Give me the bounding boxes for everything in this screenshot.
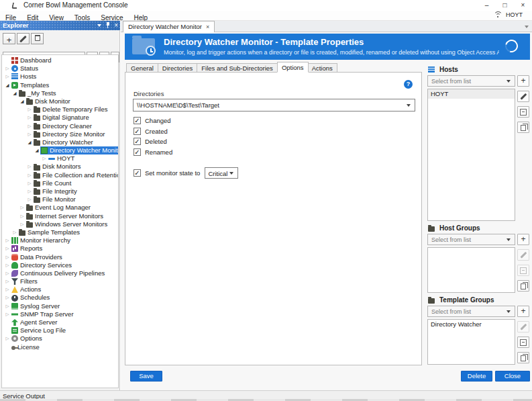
tree-item-actions[interactable]: ▷Actions	[2, 285, 118, 294]
expand-arrow-icon[interactable]: ▷	[26, 122, 33, 130]
expand-arrow-icon[interactable]: ▷	[26, 163, 33, 171]
delete-button[interactable]: Delete	[461, 371, 492, 382]
copy-button[interactable]	[517, 280, 529, 292]
expand-arrow-icon[interactable]: ▷	[19, 212, 25, 220]
checkbox-created[interactable]: ✓Created	[134, 126, 172, 137]
edit-button[interactable]	[517, 321, 529, 332]
tree-item-hosts[interactable]: ▷Hosts	[2, 73, 118, 81]
expand-arrow-icon[interactable]: ▷	[26, 187, 33, 195]
checkbox-changed[interactable]: ✓Changed	[134, 116, 172, 126]
copy-button[interactable]	[517, 352, 529, 363]
add-button[interactable]: +	[517, 306, 529, 317]
list-item-hoyt[interactable]: HOYT	[428, 89, 515, 99]
tab-directories[interactable]: Directories	[158, 63, 197, 73]
edit-button[interactable]	[17, 33, 30, 44]
collapse-arrow-icon[interactable]: ◢	[34, 146, 40, 154]
tab-general[interactable]: General	[126, 63, 158, 73]
add-button[interactable]: +	[517, 75, 529, 87]
tab-options[interactable]: Options	[277, 62, 309, 73]
tree-item-file-integrity[interactable]: ▷File Integrity	[2, 187, 118, 195]
hosts-select[interactable]: Select from list	[427, 75, 515, 87]
remove-button[interactable]	[517, 106, 529, 118]
delete-button[interactable]	[31, 33, 44, 44]
checkbox-renamed[interactable]: ✓Renamed	[134, 147, 172, 158]
tree-item-agent-server[interactable]: Agent Server	[2, 318, 118, 326]
tree-item-continuous-delivery-pipelines[interactable]: ▷Continuous Delivery Pipelines	[2, 269, 118, 277]
tree-item-directory-services[interactable]: ▷Directory Services	[2, 261, 118, 269]
tree-item-my-tests[interactable]: ◢_My Tests	[2, 89, 118, 97]
maximize-icon[interactable]: □	[496, 0, 514, 11]
tree-item-disk-monitor[interactable]: ◢Disk Monitor	[2, 97, 118, 105]
expand-arrow-icon[interactable]: ▷	[26, 105, 33, 114]
tree-item-directory-watcher[interactable]: ◢Directory Watcher	[2, 138, 118, 146]
save-button[interactable]: Save	[130, 371, 162, 382]
tree-item-monitor-hierarchy[interactable]: ▷Monitor Hierarchy	[2, 236, 118, 244]
tree-item-delete-temporary-files[interactable]: ▷Delete Temporary Files	[2, 105, 118, 114]
expand-arrow-icon[interactable]: ▷	[4, 269, 11, 277]
tree-item-dashboard[interactable]: Dashboard	[2, 56, 118, 64]
remove-button[interactable]	[517, 337, 529, 348]
expand-arrow-icon[interactable]: ▷	[26, 179, 33, 187]
expand-arrow-icon[interactable]: ▷	[4, 277, 11, 285]
close-icon[interactable]: ×	[514, 0, 532, 11]
collapse-arrow-icon[interactable]: ◢	[4, 81, 11, 89]
directories-combobox[interactable]: \\HOSTNAME\D$\Test\Target	[133, 99, 415, 112]
checkbox-set-monitor-state[interactable]: ✓ Set monitor state to Critical	[134, 167, 238, 179]
tab-actions[interactable]: Actions	[308, 63, 337, 73]
tree-item-file-count[interactable]: ▷File Count	[2, 179, 118, 187]
checkbox-deleted[interactable]: ✓Deleted	[134, 136, 172, 147]
panel-menu-chevron-icon[interactable]	[97, 24, 101, 27]
expand-arrow-icon[interactable]: ▷	[4, 253, 11, 261]
list-item-directory-watcher[interactable]: Directory Watcher	[428, 320, 515, 329]
tree-item-file-monitor[interactable]: ▷File Monitor	[2, 195, 118, 204]
add-button[interactable]: +	[517, 234, 529, 245]
expand-arrow-icon[interactable]: ▷	[26, 195, 33, 204]
collapse-arrow-icon[interactable]: ◢	[19, 97, 25, 105]
host-groups-select[interactable]: Select from list	[427, 234, 515, 245]
expand-arrow-icon[interactable]: ▷	[26, 114, 33, 122]
minimize-icon[interactable]: –	[478, 0, 496, 11]
tree-item-snmp-trap-server[interactable]: ▷SNMP Trap Server	[2, 310, 118, 318]
panel-close-icon[interactable]: ×	[114, 22, 118, 29]
document-tab[interactable]: Directory Watcher Monitor ×	[123, 21, 215, 32]
expand-arrow-icon[interactable]: ▷	[4, 294, 11, 302]
tree-item-hoyt[interactable]: ▷HOYT	[2, 154, 118, 163]
expand-arrow-icon[interactable]: ▷	[26, 130, 33, 138]
remove-button[interactable]	[517, 265, 529, 276]
monitor-state-select[interactable]: Critical	[205, 167, 238, 179]
tree-item-service-log-file[interactable]: Service Log File	[2, 326, 118, 335]
expand-arrow-icon[interactable]: ▷	[4, 335, 11, 343]
tree-item-data-providers[interactable]: ▷Data Providers	[2, 253, 118, 261]
help-icon[interactable]: ?	[404, 80, 413, 89]
expand-arrow-icon[interactable]: ▷	[11, 228, 18, 236]
tree-item-digital-signature[interactable]: ▷Digital Signature	[2, 114, 118, 122]
expand-arrow-icon[interactable]: ▷	[41, 154, 48, 163]
collapse-arrow-icon[interactable]: ◢	[11, 89, 18, 97]
expand-arrow-icon[interactable]: ▷	[4, 302, 11, 310]
expand-arrow-icon[interactable]: ▷	[4, 285, 11, 294]
host-groups-list[interactable]	[427, 247, 515, 293]
tree-item-directory-size-monitor[interactable]: ▷Directory Size Monitor	[2, 130, 118, 138]
tree-item-schedules[interactable]: ▷Schedules	[2, 294, 118, 302]
explorer-panel-header[interactable]: Explorer ×	[0, 21, 120, 30]
template-groups-select[interactable]: Select from list	[427, 306, 515, 317]
tree-item-syslog-server[interactable]: ▷Syslog Server	[2, 302, 118, 310]
expand-arrow-icon[interactable]: ▷	[19, 220, 25, 228]
expand-arrow-icon[interactable]: ▷	[4, 73, 11, 81]
expand-arrow-icon[interactable]: ▷	[26, 171, 33, 179]
expand-arrow-icon[interactable]: ▷	[19, 204, 25, 212]
tree-item-reports[interactable]: ▷Reports	[2, 244, 118, 253]
tree-item-status[interactable]: ▷Status	[2, 64, 118, 73]
expand-arrow-icon[interactable]: ▷	[4, 244, 11, 253]
tree-item-directory-watcher-monitor[interactable]: ◢Directory Watcher Monitor	[2, 146, 118, 154]
copy-button[interactable]	[517, 122, 529, 133]
tree-item-internet-server-monitors[interactable]: ▷Internet Server Monitors	[2, 212, 118, 220]
tree-item-options[interactable]: ▷Options	[2, 335, 118, 343]
add-button[interactable]: +	[3, 33, 15, 44]
tree-item-windows-server-monitors[interactable]: ▷Windows Server Monitors	[2, 220, 118, 228]
template-groups-list[interactable]: Directory Watcher	[427, 319, 515, 365]
expand-arrow-icon[interactable]: ▷	[4, 261, 11, 269]
hosts-list[interactable]: HOYT	[427, 89, 515, 221]
tree-item-license[interactable]: License	[2, 343, 118, 351]
edit-button[interactable]	[517, 249, 529, 261]
